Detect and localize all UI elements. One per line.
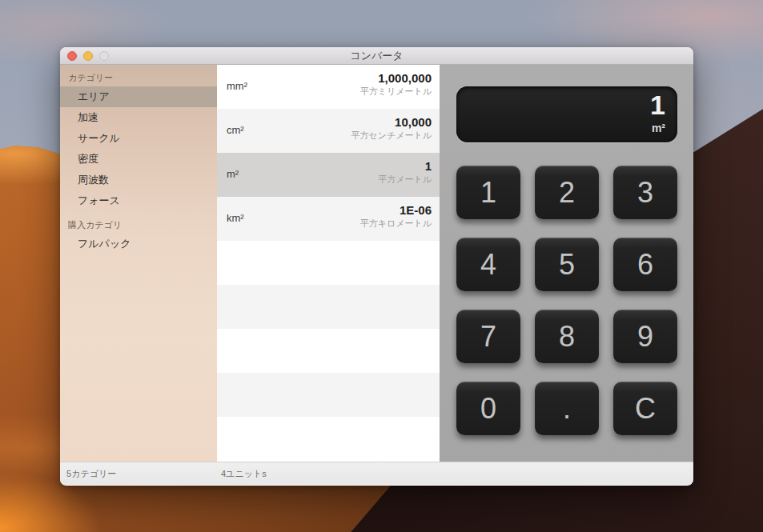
unit-name: 平方センチメートル	[351, 130, 432, 142]
unit-name: 平方メートル	[378, 174, 432, 186]
key-8[interactable]: 8	[535, 310, 599, 363]
calculator-display: 1 m²	[456, 86, 677, 142]
close-button[interactable]	[67, 51, 77, 61]
empty-row	[217, 285, 440, 329]
empty-row	[217, 417, 440, 461]
minimize-button[interactable]	[83, 51, 93, 61]
key-5[interactable]: 5	[535, 238, 599, 291]
unit-symbol: km²	[227, 212, 244, 224]
status-units-count: 4ユニットs	[221, 468, 267, 480]
key-1[interactable]: 1	[456, 166, 520, 219]
sidebar-item-area[interactable]: エリア	[60, 86, 217, 107]
key-9[interactable]: 9	[613, 310, 677, 363]
key-2[interactable]: 2	[535, 166, 599, 219]
sidebar-item-fullpack[interactable]: フルパック	[60, 234, 217, 254]
unit-name: 平方ミリメートル	[360, 86, 432, 98]
status-categories-count: 5カテゴリー	[66, 468, 116, 480]
key-4[interactable]: 4	[456, 238, 520, 291]
sidebar-item-density[interactable]: 密度	[60, 149, 217, 170]
keypad: 1 2 3 4 5 6 7 8 9 0 . C	[456, 166, 677, 435]
empty-row	[217, 373, 440, 417]
unit-row-m2-selected[interactable]: m² 1 平方メートル	[217, 153, 440, 197]
key-clear[interactable]: C	[613, 382, 677, 435]
unit-value: 1E-06	[400, 203, 432, 217]
unit-row-cm2[interactable]: cm² 10,000 平方センチメートル	[217, 109, 440, 153]
unit-symbol: mm²	[227, 80, 247, 92]
unit-value: 1	[425, 159, 432, 173]
empty-row	[217, 241, 440, 285]
unit-name: 平方キロメートル	[360, 218, 432, 230]
traffic-lights	[67, 51, 109, 61]
sidebar-item-acceleration[interactable]: 加速	[60, 107, 217, 128]
unit-value: 1,000,000	[378, 71, 432, 85]
empty-row	[217, 329, 440, 373]
key-decimal[interactable]: .	[535, 382, 599, 435]
sidebar-item-circle[interactable]: サークル	[60, 128, 217, 149]
unit-symbol: m²	[227, 168, 239, 180]
display-unit: m²	[652, 122, 665, 134]
sidebar-item-force[interactable]: フォース	[60, 190, 217, 211]
sidebar-section-header-categories: カテゴリー	[60, 69, 217, 86]
zoom-button	[99, 51, 109, 61]
unit-row-mm2[interactable]: mm² 1,000,000 平方ミリメートル	[217, 65, 440, 109]
window-content: カテゴリー エリア 加速 サークル 密度 周波数 フォース 購入カテゴリ フルパ…	[60, 65, 693, 462]
converter-window: コンバータ カテゴリー エリア 加速 サークル 密度 周波数 フォース 購入カテ…	[60, 47, 693, 486]
status-bar: 5カテゴリー 4ユニットs	[60, 462, 693, 485]
calculator-panel: 1 m² 1 2 3 4 5 6 7 8 9 0 . C	[440, 65, 693, 462]
unit-value: 10,000	[395, 115, 432, 129]
window-title: コンバータ	[60, 49, 693, 63]
sidebar-section-header-purchase: 購入カテゴリ	[60, 216, 217, 234]
unit-symbol: cm²	[227, 124, 244, 136]
unit-conversion-list: mm² 1,000,000 平方ミリメートル cm² 10,000 平方センチメ…	[217, 65, 440, 462]
key-7[interactable]: 7	[456, 310, 520, 363]
category-sidebar: カテゴリー エリア 加速 サークル 密度 周波数 フォース 購入カテゴリ フルパ…	[60, 65, 217, 462]
display-value: 1	[650, 90, 665, 121]
key-3[interactable]: 3	[613, 166, 677, 219]
sidebar-item-frequency[interactable]: 周波数	[60, 170, 217, 190]
unit-row-km2[interactable]: km² 1E-06 平方キロメートル	[217, 197, 440, 241]
key-0[interactable]: 0	[456, 382, 520, 435]
key-6[interactable]: 6	[613, 238, 677, 291]
titlebar[interactable]: コンバータ	[60, 47, 693, 65]
